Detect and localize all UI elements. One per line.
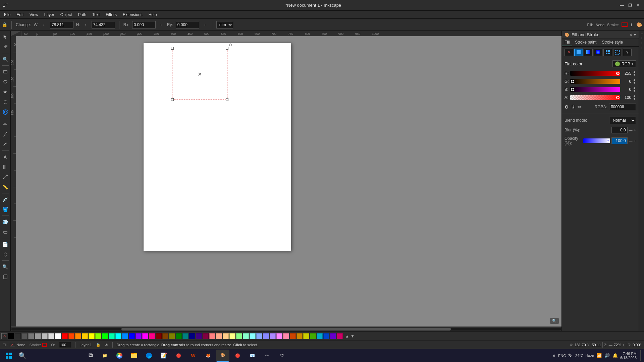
tool-eraser[interactable] xyxy=(1,227,10,237)
palette-gold[interactable] xyxy=(303,333,309,339)
g-minus-btn[interactable]: ▼ xyxy=(633,81,636,84)
taskbar-app-files[interactable] xyxy=(127,350,141,362)
side-panel-6[interactable]: ⋮ xyxy=(640,57,643,61)
palette-red-orange[interactable] xyxy=(68,333,74,339)
palette-green[interactable] xyxy=(102,333,108,339)
scrollbar-track[interactable] xyxy=(11,328,561,330)
palette-none[interactable]: ✕ xyxy=(1,333,7,339)
zoom-plus-btn[interactable]: + xyxy=(623,343,625,347)
blur-input[interactable] xyxy=(611,127,628,133)
palette-brown[interactable] xyxy=(162,333,168,339)
palette-light-cyan[interactable] xyxy=(250,333,256,339)
palette-violet[interactable] xyxy=(136,333,142,339)
palette-navy[interactable] xyxy=(189,333,195,339)
tool-connector[interactable] xyxy=(1,172,10,182)
side-panel-2[interactable]: ⋮ xyxy=(640,37,643,41)
tool-symbols[interactable]: ⬡ xyxy=(1,250,10,259)
r-slider[interactable] xyxy=(570,71,620,76)
palette-gray5[interactable] xyxy=(48,333,54,339)
b-minus-btn[interactable]: ▼ xyxy=(633,89,636,93)
palette-scroll-up[interactable]: ▲ xyxy=(345,333,350,339)
color-sliders-btn[interactable]: 🎛 xyxy=(571,104,576,110)
r-slider-thumb[interactable] xyxy=(616,72,620,75)
side-panel-1[interactable]: ⋮ xyxy=(640,32,643,36)
side-panel-5[interactable]: ⋮ xyxy=(640,52,643,56)
taskbar-app-firefox[interactable]: 🦊 xyxy=(201,350,215,362)
start-button[interactable] xyxy=(3,350,15,362)
taskbar-app-office[interactable]: W xyxy=(186,350,200,362)
taskbar-app-edge[interactable] xyxy=(142,350,156,362)
side-panel-4[interactable]: ⋮ xyxy=(640,47,643,51)
menu-object[interactable]: Object xyxy=(58,12,75,18)
taskbar-app-inkscape[interactable]: 🎨 xyxy=(216,350,229,362)
taskbar-app-explorer[interactable]: 📁 xyxy=(98,350,111,362)
maximize-button[interactable]: ❐ xyxy=(627,2,633,9)
tool-spray[interactable]: 💨 xyxy=(1,217,10,227)
taskbar-app-antivirus2[interactable]: 🛡 xyxy=(275,350,288,362)
blend-mode-select[interactable]: Normal Multiply Screen Overlay xyxy=(609,117,636,124)
canvas-scroll-area[interactable]: ✕ 🔍 xyxy=(16,36,561,326)
palette-dark-violet[interactable] xyxy=(196,333,202,339)
palette-light-magenta[interactable] xyxy=(276,333,282,339)
a-minus-btn[interactable]: ▼ xyxy=(633,98,636,101)
palette-dark-pink[interactable] xyxy=(203,333,209,339)
palette-light-red[interactable] xyxy=(209,333,215,339)
status-stroke-swatch[interactable] xyxy=(42,343,47,347)
tool-zoom2[interactable]: 🔍 xyxy=(1,262,10,272)
palette-olive[interactable] xyxy=(169,333,175,339)
tool-rect[interactable] xyxy=(1,67,10,76)
opacity-input[interactable] xyxy=(611,137,628,144)
r-minus-btn[interactable]: ▼ xyxy=(633,73,636,76)
h-input[interactable] xyxy=(92,21,115,28)
handle-bottom-left[interactable] xyxy=(171,98,174,101)
a-slider-thumb[interactable] xyxy=(616,96,620,99)
blur-minus-btn[interactable]: — xyxy=(629,128,633,132)
palette-white[interactable] xyxy=(55,333,61,339)
color-type-none[interactable]: ✕ xyxy=(565,49,573,56)
tool-pencil[interactable]: ✏ xyxy=(1,120,10,129)
opacity-plus-btn[interactable]: + xyxy=(634,139,636,143)
palette-gray2[interactable] xyxy=(28,333,34,339)
tray-network[interactable]: 📶 xyxy=(596,353,602,359)
palette-purple[interactable] xyxy=(330,333,336,339)
tool-ellipse[interactable] xyxy=(1,77,10,86)
menu-path[interactable]: Path xyxy=(75,12,89,18)
palette-rust[interactable] xyxy=(290,333,296,339)
opacity-slider[interactable] xyxy=(583,138,610,143)
tab-stroke-paint[interactable]: Stroke paint xyxy=(572,39,599,46)
rgba-hex-input[interactable] xyxy=(609,104,636,110)
palette-light-yellow[interactable] xyxy=(229,333,235,339)
taskbar-app-notepad[interactable]: 📝 xyxy=(157,350,170,362)
taskbar-app-chrome[interactable] xyxy=(113,350,126,362)
taskbar-app-antivirus[interactable]: 🔴 xyxy=(172,350,185,362)
handle-bottom-right[interactable] xyxy=(226,98,228,101)
menu-extensions[interactable]: Extensions xyxy=(120,12,145,18)
palette-pink[interactable] xyxy=(149,333,155,339)
blur-plus-btn[interactable]: + xyxy=(634,128,636,132)
opacity-slider-thumb[interactable] xyxy=(607,139,609,142)
menu-view[interactable]: View xyxy=(27,12,41,18)
color-wheel-icon[interactable]: 🎨 xyxy=(636,22,642,27)
tool-measure[interactable]: 📏 xyxy=(1,182,10,192)
palette-light-green[interactable] xyxy=(236,333,242,339)
tray-sound[interactable]: 🔊 xyxy=(604,353,610,359)
menu-filters[interactable]: Filters xyxy=(103,12,119,18)
color-type-radial[interactable] xyxy=(594,49,602,56)
tool-pen[interactable]: 🖊 xyxy=(1,130,10,139)
g-slider[interactable] xyxy=(570,79,620,84)
task-view-button[interactable]: ⧉ xyxy=(85,350,97,362)
tool-gradient[interactable] xyxy=(1,162,10,172)
taskbar-app-mail[interactable]: 📧 xyxy=(246,350,259,362)
b-slider-thumb[interactable] xyxy=(571,88,574,91)
zoom-minus-btn[interactable]: — xyxy=(609,343,612,347)
panel-close-btn[interactable]: ✕ xyxy=(629,33,633,37)
tray-lang[interactable]: ENG xyxy=(559,353,565,359)
palette-light-teal[interactable] xyxy=(243,333,249,339)
palette-mid-green[interactable] xyxy=(310,333,316,339)
minimize-button[interactable]: — xyxy=(619,2,625,9)
tool-eyedropper[interactable]: 💉 xyxy=(1,195,10,204)
tool-star[interactable]: ★ xyxy=(1,87,10,97)
tool-3d-box[interactable]: ⬡ xyxy=(1,97,10,107)
scrollbar-thumb[interactable] xyxy=(121,328,451,330)
palette-teal[interactable] xyxy=(109,333,115,339)
